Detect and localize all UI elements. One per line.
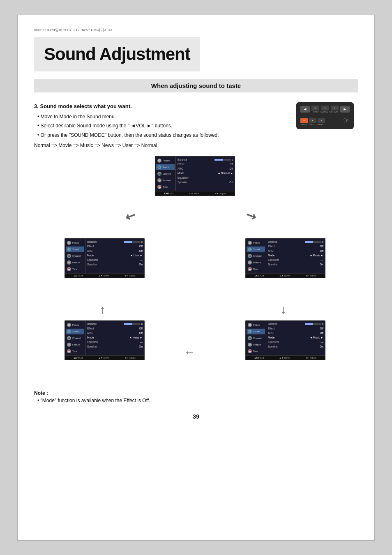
arrow-down-right: ↘ — [243, 207, 258, 224]
title-block: Sound Adjustment — [34, 37, 200, 71]
menu-item-picture-u: 🖼 Picture — [66, 240, 84, 246]
menu-item-time-n: ⏰ Time — [66, 348, 84, 354]
remote-left-btn[interactable]: ◄ — [300, 106, 310, 113]
menu-effect-row-u: EffectOff — [87, 244, 143, 248]
section-header: When adjusting sound to taste — [34, 79, 358, 92]
menu-item-channel-u: 📺 Channel — [66, 253, 84, 259]
menu-mode-row-n: Mode ◄ News ► — [87, 336, 143, 339]
content-area: 3. Sound mode selects what you want. • M… — [34, 102, 358, 150]
menu-item-feature: ⚙ Feature — [156, 177, 175, 183]
page-number: 39 — [34, 413, 358, 420]
bullet-2: • Select desirable Sound mode using the … — [37, 122, 284, 130]
menu-arc-row-n: ARCOff — [87, 331, 143, 335]
menu-effect-row-mu: EffectOff — [268, 327, 323, 330]
menu-item-time-m: ⏰ Time — [247, 266, 265, 272]
arrow-up-left: ↑ — [100, 303, 106, 316]
menu-mode-row: Mode ◄ Normal ► — [178, 171, 233, 175]
menu-eq-row-mu: Equalizer— — [268, 340, 323, 344]
page: 900E110-R0영어 2007.9.17 04:57 PM페이지39 Sou… — [17, 15, 375, 541]
diagrams-layout: 🖼 Picture 🔊 Sound 📺 Channel ⚙ — [56, 156, 336, 382]
menu-item-sound-mu: 🔊 Sound — [247, 329, 265, 334]
page-title: Sound Adjustment — [44, 44, 190, 64]
smts-btn[interactable]: ■ — [309, 118, 316, 123]
step-title: 3. Sound mode selects what you want. — [34, 102, 284, 111]
menu-item-picture-n: 🖼 Picture — [66, 322, 84, 328]
menu-item-sound-m: 🔊 Sound — [247, 246, 265, 252]
menu-speaker-row-m: SpeakerOn — [268, 263, 323, 266]
menu-balance-row-u: Balance 0 — [87, 240, 143, 244]
arrow-down-left: ↙ — [123, 207, 138, 224]
remote-right-btn[interactable]: ► — [340, 106, 350, 113]
bullet-1: • Move to Mode in the Sound menu. — [37, 113, 284, 121]
note-title: Note : — [34, 390, 358, 396]
menu-item-sound-u: 🔊 Sound — [66, 246, 84, 252]
menu-mode-row-u: Mode ◄ User ► — [87, 253, 143, 257]
menu-effect-row: Effect Off — [178, 162, 233, 166]
menu-item-picture: 🖼 Picture — [156, 158, 175, 164]
position-btn[interactable]: ■ — [331, 106, 339, 111]
menu-arc-row-m: ARCOff — [268, 249, 323, 253]
menu-balance-row-m: Balance 0 — [268, 240, 323, 244]
diagram-user: 🖼 Picture 🔊 Sound 📺 Channel ⚙ — [65, 238, 145, 278]
meta-header: 900E110-R0영어 2007.9.17 04:57 PM페이지39 — [34, 28, 358, 33]
menu-speaker-row-n: SpeakerOn — [87, 345, 143, 348]
menu-item-feature-mu: ⚙ Feature — [247, 342, 265, 348]
menu-balance-row: Balance 0 — [178, 158, 233, 161]
instructions: 3. Sound mode selects what you want. • M… — [34, 102, 284, 150]
note-section: Note : • "Mode" function is available wh… — [34, 390, 358, 403]
menu-balance-row-mu: Balance 0 — [268, 322, 323, 326]
menu-effect-row-m: EffectOff — [268, 244, 323, 248]
menu-arc-row-mu: ARCOff — [268, 331, 323, 335]
menu-item-picture-m: 🖼 Picture — [247, 240, 265, 246]
menu-item-channel-mu: 📺 Channel — [247, 335, 265, 341]
menu-item-sound-n: 🔊 Sound — [66, 329, 84, 334]
menu-eq-row-n: Equalizer— — [87, 340, 143, 344]
note-text: • "Mode" function is available when the … — [37, 398, 358, 403]
arrow-down-right2: ↓ — [281, 303, 286, 316]
menu-eq-row-u: Equalizer— — [87, 258, 143, 262]
menu-speaker-row-mu: SpeakerOn — [268, 345, 323, 348]
menu-item-time-u: ⏰ Time — [66, 266, 84, 272]
menu-eq-row-m: Equalizer— — [268, 258, 323, 262]
menu-speaker-row-u: SpeakerOn — [87, 263, 143, 266]
swap-btn[interactable]: ■ — [311, 106, 319, 111]
diagram-normal: 🖼 Picture 🔊 Sound 📺 Channel ⚙ — [155, 156, 235, 196]
menu-item-channel-n: 📺 Channel — [66, 335, 84, 341]
menu-item-channel: 📺 Channel — [156, 171, 175, 177]
source-btn[interactable]: ■ — [321, 106, 329, 111]
menu-effect-row-n: EffectOff — [87, 327, 143, 330]
diagram-music: 🖼 Picture 🔊 Sound 📺 Channel ⚙ — [245, 320, 325, 360]
menu-arc-row: ARC Off — [178, 167, 233, 170]
menu-speaker-row: Speaker On — [178, 180, 233, 184]
menu-mode-row-mu: Mode ◄ Music ► — [268, 336, 323, 339]
menu-item-feature-m: ⚙ Feature — [247, 260, 265, 265]
menu-item-feature-n: ⚙ Feature — [66, 342, 84, 348]
menu-balance-row-n: Balance 0 — [87, 322, 143, 326]
seffect-btn[interactable]: ■ — [318, 118, 325, 123]
diagram-movie: 🖼 Picture 🔊 Sound 📺 Channel ⚙ — [245, 238, 325, 278]
menu-arc-row-u: ARCOff — [87, 249, 143, 253]
arrow-left-bottom: ← — [184, 346, 195, 359]
menu-item-picture-mu: 🖼 Picture — [247, 322, 265, 328]
remote-image: ◄ ■ ■ ■ SWAP SOURCE POSITION ► — [292, 102, 358, 150]
menu-item-time-mu: ⏰ Time — [247, 348, 265, 354]
diagram-news: 🖼 Picture 🔊 Sound 📺 Channel ⚙ — [65, 320, 145, 360]
menu-item-channel-m: 📺 Channel — [247, 253, 265, 259]
menu-item-time: ⏰ Time — [156, 184, 175, 190]
normal-line: Normal => Movie => Music => News => User… — [34, 142, 284, 150]
menu-mode-row-m: Mode ◄ Movie ► — [268, 253, 323, 257]
hand-icon: ☞ — [343, 116, 350, 125]
menu-eq-row: Equalizer — — [178, 176, 233, 180]
bullet-3: • Or press the "SOUND MODE" button, then… — [37, 131, 284, 139]
menu-item-sound: 🔊 Sound — [156, 164, 175, 170]
pmode-btn[interactable]: ■ — [300, 118, 308, 123]
menu-item-feature-u: ⚙ Feature — [66, 260, 84, 265]
